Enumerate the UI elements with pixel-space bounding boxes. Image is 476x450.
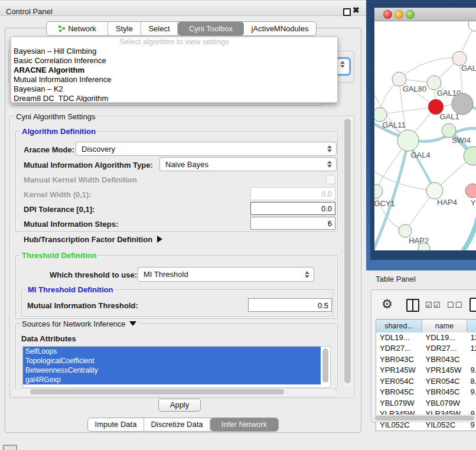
node-partial-top[interactable] [468, 21, 476, 31]
node-GAL80-label: GAL80 [403, 84, 426, 93]
algorithm-popup-item[interactable]: Bayesian – Hill Climbing [11, 47, 337, 56]
node-GAL11[interactable] [374, 107, 387, 122]
data-attributes-list[interactable]: SelfLoopsTopologicalCoefficientBetweenne… [22, 346, 331, 388]
node-salmon-label: Y [471, 198, 476, 207]
gear-icon[interactable]: ⚙ [382, 297, 393, 311]
table-row[interactable]: YPR145WYPR145W9. [376, 365, 476, 376]
data-attribute-item[interactable]: SelfLoops [23, 347, 321, 356]
table-row[interactable]: YBL079WYBL079W [376, 398, 476, 409]
columns-icon[interactable] [406, 299, 419, 312]
kernel-width-field[interactable]: 0.0 [250, 187, 335, 200]
attributes-list-scrollbar[interactable] [322, 348, 328, 383]
corner-widget [3, 445, 17, 450]
algorithm-popup-item[interactable]: Basic Correlation Inference [11, 56, 337, 66]
network-graph[interactable]: GALGAL80GAL10GAL1GAL11SWI4GAL4GCY1HAP4YH… [374, 21, 476, 250]
settings-vertical-scrollbar-thumb[interactable] [344, 119, 351, 383]
manual-kernel-label: Manual Kernel Width Definition [24, 175, 137, 184]
table-cell [467, 354, 476, 366]
network-edge[interactable] [376, 191, 405, 231]
tab-network[interactable]: Network [47, 22, 108, 35]
which-threshold-value: MI Threshold [144, 270, 303, 279]
network-edge[interactable] [380, 107, 436, 115]
settings-horizontal-scrollbar-thumb[interactable] [30, 389, 284, 394]
hub-definition-label: Hub/Transcription Factor Definition [24, 235, 152, 244]
aracne-mode-value: Discovery [81, 145, 325, 154]
tab-infer-network[interactable]: Infer Network [210, 418, 278, 431]
float-window-button[interactable] [343, 8, 351, 16]
algorithm-popup-item[interactable]: ARACNE Algorithm [11, 66, 337, 75]
new-table-icon[interactable] [470, 298, 476, 312]
node-HAP2[interactable] [399, 224, 412, 237]
dpi-tolerance-field[interactable]: 0.0 [250, 202, 335, 215]
table-row[interactable]: YBR043CYBR043C [376, 354, 476, 366]
mi-type-combo[interactable]: Naive Bayes [159, 157, 337, 171]
data-attributes-label: Data Attributes [21, 334, 76, 343]
screen: Control Panel ✖ gal filtered.sif default… [0, 0, 476, 450]
table-row[interactable]: YBR045CYBR045C9. [376, 387, 476, 398]
kernel-width-label: Kernel Width (0,1): [24, 190, 92, 199]
node-gray[interactable] [452, 93, 473, 115]
control-panel-title: Control Panel [6, 7, 53, 16]
table-row[interactable]: YDR27...YDR27...12 [376, 343, 476, 354]
column-header-name[interactable]: name [422, 319, 467, 332]
collapsed-arrow-icon [157, 236, 162, 243]
tab-style[interactable]: Style [108, 22, 141, 35]
cyni-bottom-tabbar: Impute DataDiscretize DataInfer Network [87, 418, 279, 432]
tab-label: jActiveMNodules [252, 22, 309, 35]
mi-steps-field[interactable]: 6 [250, 217, 335, 230]
table-row[interactable]: YER054CYER054C8. [376, 376, 476, 387]
node-pink-top-label: GAL [461, 64, 476, 73]
table-cell: YBL079W [422, 398, 467, 409]
network-window[interactable]: GALGAL80GAL10GAL1GAL11SWI4GAL4GCY1HAP4YH… [370, 4, 476, 260]
checked-columns-icon[interactable]: ☑☑ [425, 301, 441, 309]
tab-discretize-data[interactable]: Discretize Data [144, 418, 210, 431]
aracne-mode-combo[interactable]: Discovery [76, 142, 337, 156]
table-cell: YBR045C [376, 387, 422, 398]
tab-impute-data[interactable]: Impute Data [88, 418, 144, 431]
zoom-window-icon[interactable] [406, 10, 415, 19]
manual-kernel-checkbox[interactable] [326, 175, 335, 184]
tab-jactivemnodules[interactable]: jActiveMNodules [244, 22, 316, 35]
table-row[interactable]: YDL19...YDL19...13 [376, 332, 476, 344]
close-window-icon[interactable] [383, 10, 392, 19]
apply-button[interactable]: Apply [158, 399, 201, 412]
table-cell: YDR27... [376, 343, 422, 354]
column-header-A[interactable]: A [467, 319, 476, 332]
which-threshold-combo[interactable]: MI Threshold [138, 267, 314, 282]
node-GAL4[interactable] [397, 130, 419, 151]
table-cell: YBR043C [422, 354, 467, 366]
node-HAP4[interactable] [426, 182, 443, 199]
algorithm-popup-item[interactable]: Dream8 DC_TDC Algorithm [11, 94, 337, 103]
table-cell [467, 398, 476, 409]
data-attribute-item[interactable]: TopologicalCoefficient [23, 356, 321, 366]
table-horizontal-scrollbar[interactable] [373, 415, 476, 422]
settings-vertical-scrollbar[interactable] [343, 117, 353, 386]
algorithm-popup-item[interactable]: Mutual Information Inference [11, 75, 337, 84]
node-GCY1[interactable] [374, 184, 383, 198]
network-window-titlebar[interactable] [374, 8, 476, 21]
network-edge[interactable] [463, 216, 476, 250]
hub-definition-toggle[interactable]: Hub/Transcription Factor Definition [24, 235, 162, 244]
node-GAL10[interactable] [427, 76, 441, 90]
data-attribute-item[interactable]: BetweennessCentrality [23, 366, 321, 375]
data-attribute-item[interactable]: gal4RGexp [23, 375, 321, 384]
table-cell: YBR045C [422, 387, 467, 398]
table-cell: 12 [467, 343, 476, 354]
table-cell: YER054C [376, 376, 422, 387]
table-cell: YDR27... [422, 343, 467, 354]
tab-select[interactable]: Select [141, 22, 178, 35]
minimize-window-icon[interactable] [395, 10, 403, 19]
network-edge[interactable] [399, 58, 459, 79]
network-view[interactable]: GALGAL80GAL10GAL1GAL11SWI4GAL4GCY1HAP4YH… [374, 21, 476, 250]
unchecked-columns-icon[interactable]: ☐☐ [447, 301, 463, 309]
table-horizontal-scrollbar-thumb[interactable] [375, 416, 474, 420]
algorithm-popup-item[interactable]: Bayesian – K2 [11, 84, 337, 94]
node-salmon[interactable] [465, 184, 476, 198]
column-header-shared[interactable]: shared... [376, 319, 422, 332]
tab-cyni-toolbox[interactable]: Cyni Toolbox [178, 22, 244, 35]
sources-toggle[interactable]: Sources for Network Inference [20, 319, 138, 328]
node-SWI4-label: SWI4 [452, 136, 471, 145]
mi-threshold-field[interactable]: 0.5 [248, 298, 332, 312]
settings-horizontal-scrollbar[interactable] [11, 388, 337, 397]
close-panel-button[interactable]: ✖ [353, 5, 360, 15]
